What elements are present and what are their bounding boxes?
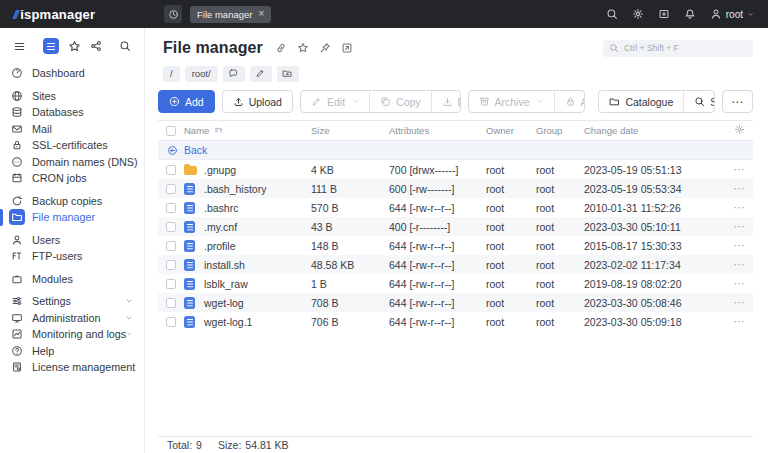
go-to-folder-icon[interactable]: [277, 66, 299, 82]
star-icon[interactable]: [68, 40, 81, 53]
administration-icon: [9, 310, 25, 326]
history-icon[interactable]: [164, 5, 182, 23]
table-row[interactable]: wget-log.1 706 B 644 [-rw-r--r--] root r…: [158, 312, 753, 331]
table-row[interactable]: .gnupg 4 KB 700 [drwx------] root root 2…: [158, 160, 753, 179]
copy-button[interactable]: Copy: [369, 91, 431, 112]
access-button[interactable]: Access: [554, 91, 586, 112]
column-header-name[interactable]: Name: [184, 125, 209, 136]
sidebar-item-databases[interactable]: Databases: [0, 104, 144, 121]
sidebar-item-ssl-certificates[interactable]: SSL-certificates: [0, 137, 144, 154]
column-header-owner[interactable]: Owner: [486, 125, 536, 136]
table-row[interactable]: .bashrc 570 B 644 [-rw-r--r--] root root…: [158, 198, 753, 217]
share-icon[interactable]: [90, 40, 102, 52]
sort-icon[interactable]: [214, 126, 223, 135]
link-icon[interactable]: [275, 42, 287, 54]
table-row[interactable]: install.sh 48.58 KB 644 [-rw-r--r--] roo…: [158, 255, 753, 274]
sidebar-search-icon[interactable]: [119, 40, 131, 52]
edit-button[interactable]: Edit: [301, 91, 369, 112]
row-menu-button[interactable]: ⋯: [734, 315, 754, 328]
add-button[interactable]: Add: [158, 90, 215, 113]
ispmanager-logo[interactable]: //ispmanager: [0, 7, 150, 22]
user-icon: [710, 8, 722, 20]
search-button[interactable]: Search: [683, 91, 715, 112]
row-menu-button[interactable]: ⋯: [734, 182, 754, 195]
sidebar-item-settings[interactable]: Settings: [0, 293, 144, 310]
row-checkbox[interactable]: [166, 203, 176, 213]
row-menu-button[interactable]: ⋯: [734, 277, 754, 290]
back-row[interactable]: Back: [158, 141, 753, 160]
column-header-date[interactable]: Change date: [584, 125, 723, 136]
row-menu-button[interactable]: ⋯: [734, 220, 754, 233]
sidebar-item-help[interactable]: Help: [0, 343, 144, 360]
download-button[interactable]: Download: [431, 91, 461, 112]
row-checkbox[interactable]: [166, 222, 176, 232]
file-group: root: [536, 164, 584, 176]
table-row[interactable]: wget-log 708 B 644 [-rw-r--r--] root roo…: [158, 293, 753, 312]
row-checkbox[interactable]: [166, 317, 176, 327]
user-menu[interactable]: root: [710, 8, 754, 20]
table-row[interactable]: .profile 148 B 644 [-rw-r--r--] root roo…: [158, 236, 753, 255]
select-all-checkbox[interactable]: [166, 126, 176, 136]
row-checkbox[interactable]: [166, 165, 176, 175]
sidebar-item-sites[interactable]: Sites: [0, 88, 144, 105]
file-name: install.sh: [204, 259, 311, 271]
search-input[interactable]: [624, 43, 747, 53]
sidebar-item-ftp-users[interactable]: FTP-users: [0, 248, 144, 265]
more-button[interactable]: ⋯: [722, 90, 753, 113]
table-columns-settings-icon[interactable]: [734, 124, 745, 135]
sidebar-item-backup-copies[interactable]: Backup copies: [0, 193, 144, 210]
new-window-icon[interactable]: [658, 8, 670, 20]
column-header-size[interactable]: Size: [311, 125, 389, 136]
sidebar-item-users[interactable]: Users: [0, 232, 144, 249]
row-menu-button[interactable]: ⋯: [734, 258, 754, 271]
edit-path-icon[interactable]: [250, 66, 272, 82]
upload-button[interactable]: Upload: [222, 90, 293, 113]
catalogue-button[interactable]: Catalogue: [599, 91, 683, 112]
column-header-attributes[interactable]: Attributes: [389, 125, 486, 136]
sidebar-item-mail[interactable]: Mail: [0, 121, 144, 138]
row-checkbox[interactable]: [166, 260, 176, 270]
topbar-actions: root: [606, 8, 768, 20]
row-checkbox[interactable]: [166, 298, 176, 308]
archive-access-group: Archive Access: [468, 90, 586, 113]
sidebar-item-dashboard[interactable]: Dashboard: [0, 65, 144, 82]
sidebar-item-file-manager[interactable]: File manager: [0, 209, 144, 226]
sidebar-item-cron-jobs[interactable]: CRON jobs: [0, 170, 144, 187]
archive-button[interactable]: Archive: [469, 91, 554, 112]
file-owner: root: [486, 316, 536, 328]
sidebar-item-license-management[interactable]: License management: [0, 359, 144, 376]
tab-file-manager[interactable]: File manager ×: [190, 6, 271, 23]
row-checkbox[interactable]: [166, 241, 176, 251]
breadcrumb-root[interactable]: /: [163, 66, 180, 82]
row-checkbox[interactable]: [166, 279, 176, 289]
search-icon[interactable]: [606, 8, 618, 20]
sidebar-item-domain-names-dns[interactable]: Domain names (DNS): [0, 154, 144, 171]
file-owner: root: [486, 164, 536, 176]
shell-icon[interactable]: [223, 66, 245, 82]
menu-view-icon[interactable]: [43, 38, 59, 54]
breadcrumb-current-dir[interactable]: root/: [185, 66, 218, 82]
row-menu-button[interactable]: ⋯: [734, 163, 754, 176]
column-header-group[interactable]: Group: [536, 125, 584, 136]
total-label: Total:: [167, 439, 192, 451]
close-icon[interactable]: ×: [258, 9, 264, 19]
table-row[interactable]: .my.cnf 43 B 400 [-r--------] root root …: [158, 217, 753, 236]
gear-icon[interactable]: [632, 8, 644, 20]
table-row[interactable]: .bash_history 111 B 600 [-rw-------] roo…: [158, 179, 753, 198]
sidebar-item-modules[interactable]: Modules: [0, 271, 144, 288]
pin-icon[interactable]: [319, 42, 331, 54]
hamburger-icon[interactable]: [13, 40, 26, 53]
table-row[interactable]: lsblk_raw 1 B 644 [-rw-r--r--] root root…: [158, 274, 753, 293]
row-menu-button[interactable]: ⋯: [734, 296, 754, 309]
row-checkbox[interactable]: [166, 184, 176, 194]
quick-search-box[interactable]: [603, 40, 753, 57]
row-menu-button[interactable]: ⋯: [734, 239, 754, 252]
sidebar-item-administration[interactable]: Administration: [0, 310, 144, 327]
open-new-window-icon[interactable]: [341, 42, 353, 54]
bell-icon[interactable]: [684, 8, 696, 20]
file-attributes: 644 [-rw-r--r--]: [389, 278, 486, 290]
file-owner: root: [486, 202, 536, 214]
row-menu-button[interactable]: ⋯: [734, 201, 754, 214]
sidebar-item-monitoring-and-logs[interactable]: Monitoring and logs: [0, 326, 144, 343]
favorite-star-icon[interactable]: [297, 42, 309, 54]
